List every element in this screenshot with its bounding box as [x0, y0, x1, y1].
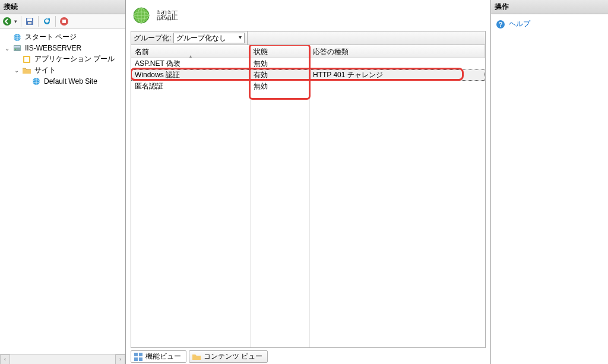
actions-panel: 操作 ? ヘルプ	[490, 0, 608, 364]
save-icon[interactable]	[25, 17, 34, 26]
list-row-aspnet[interactable]: ASP.NET 偽装 無効	[131, 58, 485, 69]
auth-globe-icon	[132, 6, 151, 25]
col-header-status[interactable]: 状態	[250, 45, 309, 58]
dropdown-arrow-icon[interactable]: ▾	[14, 18, 17, 24]
tab-features-view[interactable]: 機能ビュー	[131, 350, 186, 363]
group-bar-spacer	[247, 31, 483, 45]
tab-label: コンテンツ ビュー	[204, 352, 262, 362]
folder-icon	[22, 66, 31, 75]
actions-body: ? ヘルプ	[491, 14, 608, 364]
cell-response	[309, 64, 485, 65]
scroll-right-button[interactable]: ›	[115, 354, 125, 365]
tree-label: サイト	[33, 65, 56, 75]
horizontal-scrollbar[interactable]: ‹ ›	[0, 354, 125, 364]
help-link[interactable]: ? ヘルプ	[495, 18, 604, 30]
tree-default-site[interactable]: ▸ Default Web Site	[1, 76, 124, 87]
group-by-bar: グループ化: グループ化なし	[131, 31, 486, 45]
connections-panel: 接続 ▾ ▸ スタート ページ ⌄ IIS-WEBSERVER ▸	[0, 0, 126, 364]
expander-icon[interactable]: ⌄	[13, 67, 20, 74]
svg-rect-12	[24, 57, 29, 62]
list-header: 名前 ▴ 状態 応答の種類	[131, 45, 485, 58]
svg-rect-20	[139, 353, 142, 356]
tab-label: 機能ビュー	[145, 352, 181, 362]
nav-back-icon[interactable]	[2, 17, 12, 26]
globe-icon	[31, 77, 41, 86]
toolbar-separator	[55, 16, 56, 27]
help-label: ヘルプ	[509, 19, 530, 29]
server-icon	[12, 43, 22, 53]
stop-icon[interactable]	[59, 17, 69, 26]
actions-header: 操作	[491, 0, 608, 14]
tree-label: Default Web Site	[43, 77, 97, 86]
page-title: 認証	[157, 8, 178, 23]
tree-server[interactable]: ⌄ IIS-WEBSERVER	[1, 43, 124, 53]
expander-icon[interactable]: ⌄	[4, 45, 11, 52]
svg-text:?: ?	[499, 21, 503, 28]
list-row-anonymous[interactable]: 匿名認証 無効	[131, 81, 485, 92]
scroll-left-button[interactable]: ‹	[0, 354, 10, 365]
svg-point-0	[3, 17, 11, 26]
tree-label: スタート ページ	[24, 32, 77, 42]
cell-status: 無効	[250, 81, 309, 92]
content-view-icon	[192, 352, 201, 362]
tree-sites[interactable]: ⌄ サイト	[1, 65, 124, 76]
svg-rect-9	[14, 46, 20, 48]
toolbar-separator	[21, 16, 21, 27]
cell-response: HTTP 401 チャレンジ	[309, 69, 485, 81]
cell-name: ASP.NET 偽装	[131, 58, 250, 69]
col-header-response[interactable]: 応答の種類	[309, 45, 485, 58]
connections-toolbar: ▾	[0, 14, 125, 29]
group-by-label: グループ化:	[134, 33, 171, 43]
col-header-name[interactable]: 名前 ▴	[131, 45, 250, 58]
list-body: ASP.NET 偽装 無効 Windows 認証 有効 HTTP 401 チャレ…	[131, 58, 485, 92]
list-row-windows-auth[interactable]: Windows 認証 有効 HTTP 401 チャレンジ	[131, 69, 485, 81]
page-title-row: 認証	[131, 4, 486, 31]
features-view-icon	[134, 352, 143, 362]
tree-start-page[interactable]: ▸ スタート ページ	[1, 31, 124, 43]
tree-app-pools[interactable]: ▸ アプリケーション プール	[1, 53, 124, 65]
help-icon: ?	[496, 20, 505, 29]
svg-rect-21	[134, 357, 138, 361]
auth-list: 名前 ▴ 状態 応答の種類 ASP.NET 偽装 無効 Windows 認証 有…	[131, 45, 486, 348]
tab-content-view[interactable]: コンテンツ ビュー	[189, 350, 268, 363]
start-page-icon	[12, 33, 22, 42]
connections-header: 接続	[0, 0, 125, 14]
svg-rect-22	[139, 357, 142, 361]
col-divider	[250, 58, 251, 347]
view-tabs: 機能ビュー コンテンツ ビュー	[131, 348, 486, 364]
group-by-dropdown[interactable]: グループ化なし	[173, 33, 245, 43]
main-content: 認証 グループ化: グループ化なし 名前 ▴ 状態 応答の種類 ASP.NET …	[126, 0, 490, 364]
cell-status: 無効	[250, 58, 309, 69]
tree-label: IIS-WEBSERVER	[24, 44, 81, 52]
svg-rect-5	[62, 20, 66, 23]
app-pool-icon	[22, 55, 31, 64]
svg-rect-3	[28, 22, 31, 24]
refresh-icon[interactable]	[42, 17, 52, 26]
cell-response	[309, 86, 485, 87]
col-divider	[309, 58, 310, 347]
cell-name: 匿名認証	[131, 81, 250, 92]
cell-name: Windows 認証	[131, 69, 250, 81]
connections-tree[interactable]: ▸ スタート ページ ⌄ IIS-WEBSERVER ▸ アプリケーション プー…	[0, 29, 125, 354]
cell-status: 有効	[250, 69, 309, 81]
svg-rect-2	[27, 18, 32, 21]
svg-rect-19	[134, 353, 138, 356]
svg-point-10	[15, 49, 16, 50]
group-by-value: グループ化なし	[176, 33, 226, 43]
tree-label: アプリケーション プール	[33, 54, 115, 64]
toolbar-separator	[38, 16, 39, 27]
